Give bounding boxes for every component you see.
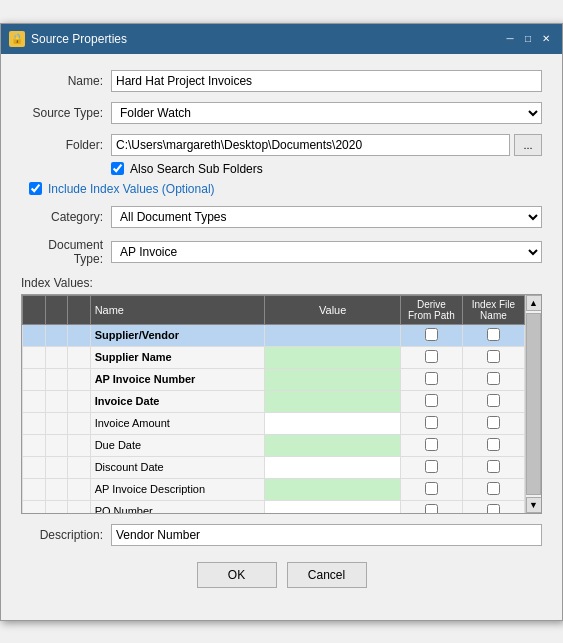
scroll-down-button[interactable]: ▼ [526,497,542,513]
category-select[interactable]: All Document Types Invoice Receipt [111,206,542,228]
sub-folders-checkbox[interactable] [111,162,124,175]
row-value[interactable] [265,434,400,456]
derive-checkbox[interactable] [425,504,438,513]
row-btn3 [68,390,91,412]
row-value[interactable] [265,390,400,412]
index-checkbox[interactable] [487,416,500,429]
col-header-1 [23,295,46,324]
sub-folders-row: Also Search Sub Folders [111,162,542,176]
row-value[interactable] [265,368,400,390]
document-type-row: Document Type: AP Invoice Invoice Receip… [21,238,542,266]
derive-checkbox[interactable] [425,460,438,473]
row-value[interactable] [265,324,400,346]
row-name: Due Date [90,434,265,456]
folder-label: Folder: [21,138,111,152]
row-value[interactable] [265,500,400,513]
row-btn3 [68,412,91,434]
row-btn2 [45,346,68,368]
derive-checkbox[interactable] [425,394,438,407]
index-checkbox[interactable] [487,438,500,451]
source-properties-window: 🔒 Source Properties ─ □ ✕ Name: Source T… [0,23,563,621]
row-btn3 [68,456,91,478]
row-btn3 [68,478,91,500]
index-checkbox[interactable] [487,482,500,495]
derive-checkbox[interactable] [425,372,438,385]
scrollbar[interactable]: ▲ ▼ [525,295,541,513]
scroll-up-button[interactable]: ▲ [526,295,542,311]
derive-checkbox[interactable] [425,438,438,451]
row-btn3 [68,500,91,513]
table-row[interactable]: PO Number [23,500,525,513]
row-value[interactable] [265,412,400,434]
row-derive [400,500,462,513]
row-btn1 [23,346,46,368]
col-header-name: Name [90,295,265,324]
index-checkbox[interactable] [487,350,500,363]
row-value[interactable] [265,456,400,478]
derive-checkbox[interactable] [425,328,438,341]
row-derive [400,434,462,456]
row-index [462,412,524,434]
document-type-select[interactable]: AP Invoice Invoice Receipt [111,241,542,263]
include-index-checkbox[interactable] [29,182,42,195]
row-index [462,500,524,513]
row-index [462,390,524,412]
derive-checkbox[interactable] [425,482,438,495]
table-row[interactable]: Invoice Date [23,390,525,412]
description-input[interactable] [111,524,542,546]
index-checkbox[interactable] [487,394,500,407]
sub-folders-label: Also Search Sub Folders [130,162,263,176]
row-btn1 [23,456,46,478]
row-name: PO Number [90,500,265,513]
row-btn1 [23,434,46,456]
row-index [462,324,524,346]
minimize-button[interactable]: ─ [502,32,518,46]
folder-input[interactable] [111,134,510,156]
source-type-label: Source Type: [21,106,111,120]
table-row[interactable]: AP Invoice Number [23,368,525,390]
source-type-row: Source Type: Folder Watch Hot Folder Ema… [21,102,542,124]
table-row[interactable]: Discount Date [23,456,525,478]
window-icon: 🔒 [9,31,25,47]
row-name: Supplier/Vendor [90,324,265,346]
index-section: Index Values: Name Value Derive From Pat… [21,276,542,514]
table-row[interactable]: Supplier Name [23,346,525,368]
close-button[interactable]: ✕ [538,32,554,46]
table-row[interactable]: Supplier/Vendor [23,324,525,346]
col-header-index: Index File Name [462,295,524,324]
cancel-button[interactable]: Cancel [287,562,367,588]
source-type-select[interactable]: Folder Watch Hot Folder Email [111,102,542,124]
index-checkbox[interactable] [487,504,500,513]
dialog-content: Name: Source Type: Folder Watch Hot Fold… [1,54,562,620]
index-checkbox[interactable] [487,460,500,473]
index-checkbox[interactable] [487,328,500,341]
scroll-thumb[interactable] [526,313,541,495]
row-btn1 [23,500,46,513]
index-table-container: Name Value Derive From Path Index File N… [21,294,542,514]
window-title: Source Properties [31,32,127,46]
name-label: Name: [21,74,111,88]
row-btn2 [45,434,68,456]
index-checkbox[interactable] [487,372,500,385]
row-name: Supplier Name [90,346,265,368]
row-index [462,368,524,390]
category-row: Category: All Document Types Invoice Rec… [21,206,542,228]
table-row[interactable]: AP Invoice Description [23,478,525,500]
derive-checkbox[interactable] [425,350,438,363]
row-index [462,434,524,456]
row-btn2 [45,390,68,412]
table-row[interactable]: Due Date [23,434,525,456]
folder-row: Folder: ... [21,134,542,156]
col-header-derive: Derive From Path [400,295,462,324]
ok-button[interactable]: OK [197,562,277,588]
browse-button[interactable]: ... [514,134,542,156]
row-index [462,478,524,500]
name-input[interactable] [111,70,542,92]
table-scroll[interactable]: Name Value Derive From Path Index File N… [22,295,525,513]
table-row[interactable]: Invoice Amount [23,412,525,434]
row-value[interactable] [265,346,400,368]
maximize-button[interactable]: □ [520,32,536,46]
index-table: Name Value Derive From Path Index File N… [22,295,525,513]
row-value[interactable] [265,478,400,500]
derive-checkbox[interactable] [425,416,438,429]
